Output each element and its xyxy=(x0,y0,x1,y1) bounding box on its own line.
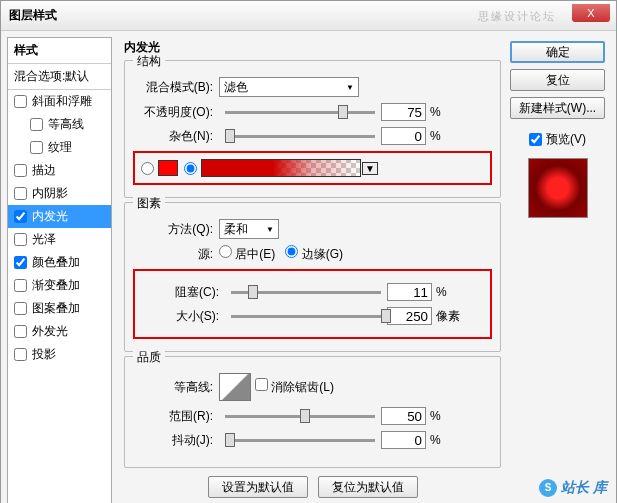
style-checkbox[interactable] xyxy=(30,141,43,154)
sidebar-item-label: 图案叠加 xyxy=(32,300,80,317)
noise-unit: % xyxy=(430,129,441,143)
style-checkbox[interactable] xyxy=(14,210,27,223)
quality-title: 品质 xyxy=(133,349,165,366)
sidebar-item-label: 外发光 xyxy=(32,323,68,340)
sidebar-item-9[interactable]: 图案叠加 xyxy=(8,297,111,320)
size-unit: 像素 xyxy=(436,308,460,325)
range-input[interactable] xyxy=(381,407,426,425)
titlebar: 图层样式 思缘设计论坛 X xyxy=(1,1,616,31)
gradient-option[interactable] xyxy=(184,159,361,177)
structure-group: 结构 混合模式(B): 滤色 不透明度(O): % 杂色(N): % xyxy=(124,60,501,198)
contour-label: 等高线: xyxy=(133,379,213,396)
dialog-title: 图层样式 xyxy=(9,7,57,24)
size-slider[interactable] xyxy=(231,308,381,324)
jitter-slider[interactable] xyxy=(225,432,375,448)
styles-sidebar: 样式 混合选项:默认 斜面和浮雕等高线纹理描边内阴影内发光光泽颜色叠加渐变叠加图… xyxy=(7,37,112,503)
sidebar-item-label: 斜面和浮雕 xyxy=(32,93,92,110)
sidebar-item-7[interactable]: 颜色叠加 xyxy=(8,251,111,274)
style-checkbox[interactable] xyxy=(14,279,27,292)
reset-default-button[interactable]: 复位为默认值 xyxy=(318,476,418,498)
ok-button[interactable]: 确定 xyxy=(510,41,605,63)
new-style-button[interactable]: 新建样式(W)... xyxy=(510,97,605,119)
sidebar-item-label: 光泽 xyxy=(32,231,56,248)
make-default-button[interactable]: 设置为默认值 xyxy=(208,476,308,498)
elements-group: 图素 方法(Q): 柔和 源: 居中(E) 边缘(G) 阻塞(C): xyxy=(124,202,501,352)
opacity-label: 不透明度(O): xyxy=(133,104,213,121)
technique-label: 方法(Q): xyxy=(133,221,213,238)
style-checkbox[interactable] xyxy=(14,233,27,246)
source-edge-option[interactable]: 边缘(G) xyxy=(285,245,343,263)
style-checkbox[interactable] xyxy=(14,256,27,269)
range-slider[interactable] xyxy=(225,408,375,424)
contour-picker[interactable] xyxy=(219,373,251,401)
technique-select[interactable]: 柔和 xyxy=(219,219,279,239)
range-unit: % xyxy=(430,409,441,423)
sidebar-item-1[interactable]: 等高线 xyxy=(8,113,111,136)
sidebar-item-5[interactable]: 内发光 xyxy=(8,205,111,228)
range-label: 范围(R): xyxy=(133,408,213,425)
sidebar-item-label: 内阴影 xyxy=(32,185,68,202)
sidebar-item-3[interactable]: 描边 xyxy=(8,159,111,182)
sidebar-item-2[interactable]: 纹理 xyxy=(8,136,111,159)
style-checkbox[interactable] xyxy=(14,302,27,315)
sidebar-item-label: 等高线 xyxy=(48,116,84,133)
solid-color-swatch[interactable] xyxy=(158,160,178,176)
main-panel: 内发光 结构 混合模式(B): 滤色 不透明度(O): % 杂色(N): xyxy=(120,37,505,503)
source-center-option[interactable]: 居中(E) xyxy=(219,245,275,263)
sidebar-item-label: 内发光 xyxy=(32,208,68,225)
style-checkbox[interactable] xyxy=(14,95,27,108)
style-checkbox[interactable] xyxy=(14,348,27,361)
preview-swatch xyxy=(528,158,588,218)
style-checkbox[interactable] xyxy=(14,187,27,200)
source-label: 源: xyxy=(133,246,213,263)
choke-unit: % xyxy=(436,285,447,299)
jitter-input[interactable] xyxy=(381,431,426,449)
sidebar-item-11[interactable]: 投影 xyxy=(8,343,111,366)
preview-checkbox[interactable] xyxy=(529,133,542,146)
blend-mode-label: 混合模式(B): xyxy=(133,79,213,96)
blending-options-default[interactable]: 混合选项:默认 xyxy=(8,64,111,90)
sidebar-item-0[interactable]: 斜面和浮雕 xyxy=(8,90,111,113)
sidebar-header: 样式 xyxy=(8,38,111,64)
choke-input[interactable] xyxy=(387,283,432,301)
effect-title: 内发光 xyxy=(124,39,505,56)
sidebar-item-label: 描边 xyxy=(32,162,56,179)
noise-label: 杂色(N): xyxy=(133,128,213,145)
solid-color-radio[interactable] xyxy=(141,162,154,175)
bottom-watermark: S 站长 库 xyxy=(539,479,607,497)
size-input[interactable] xyxy=(387,307,432,325)
right-panel: 确定 复位 新建样式(W)... 预览(V) xyxy=(505,37,610,503)
opacity-slider[interactable] xyxy=(225,104,375,120)
sidebar-item-10[interactable]: 外发光 xyxy=(8,320,111,343)
cancel-button[interactable]: 复位 xyxy=(510,69,605,91)
opacity-unit: % xyxy=(430,105,441,119)
size-label: 大小(S): xyxy=(139,308,219,325)
sidebar-item-6[interactable]: 光泽 xyxy=(8,228,111,251)
antialias-option[interactable]: 消除锯齿(L) xyxy=(255,378,334,396)
blend-mode-select[interactable]: 滤色 xyxy=(219,77,359,97)
structure-title: 结构 xyxy=(133,53,165,70)
sidebar-item-4[interactable]: 内阴影 xyxy=(8,182,111,205)
close-button[interactable]: X xyxy=(572,4,610,22)
style-checkbox[interactable] xyxy=(14,325,27,338)
gradient-radio[interactable] xyxy=(184,162,197,175)
quality-group: 品质 等高线: 消除锯齿(L) 范围(R): % 抖动(J): % xyxy=(124,356,501,468)
preview-option[interactable]: 预览(V) xyxy=(529,131,586,148)
noise-slider[interactable] xyxy=(225,128,375,144)
elements-title: 图素 xyxy=(133,195,165,212)
noise-input[interactable] xyxy=(381,127,426,145)
sidebar-item-label: 投影 xyxy=(32,346,56,363)
choke-label: 阻塞(C): xyxy=(139,284,219,301)
sidebar-item-8[interactable]: 渐变叠加 xyxy=(8,274,111,297)
jitter-unit: % xyxy=(430,433,441,447)
solid-color-option[interactable] xyxy=(141,160,178,176)
jitter-label: 抖动(J): xyxy=(133,432,213,449)
gradient-swatch[interactable] xyxy=(201,159,361,177)
sidebar-item-label: 颜色叠加 xyxy=(32,254,80,271)
style-checkbox[interactable] xyxy=(14,164,27,177)
sidebar-item-label: 渐变叠加 xyxy=(32,277,80,294)
style-checkbox[interactable] xyxy=(30,118,43,131)
antialias-checkbox[interactable] xyxy=(255,378,268,391)
choke-slider[interactable] xyxy=(231,284,381,300)
opacity-input[interactable] xyxy=(381,103,426,121)
